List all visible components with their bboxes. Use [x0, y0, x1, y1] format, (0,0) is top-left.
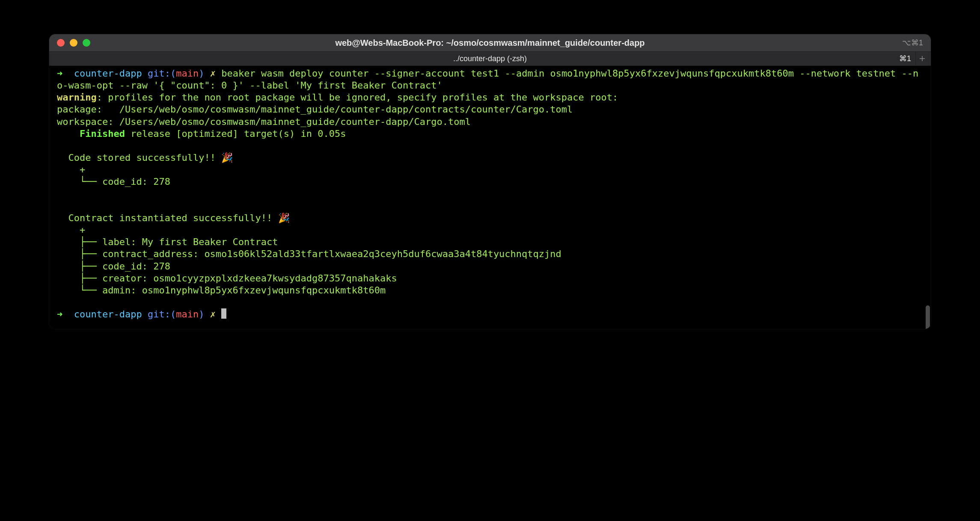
instantiated-tree3: ├── contract_address: osmo1s06kl52ald33t… [57, 249, 561, 259]
instantiated-tree5: ├── creator: osmo1cyyzpxplxdzkeea7kwsyda… [57, 273, 397, 284]
plus-icon [919, 55, 926, 62]
prompt2-git-prefix: git:( [142, 309, 176, 320]
finished-label: Finished [57, 128, 125, 139]
instantiated-tree4: ├── code_id: 278 [57, 261, 170, 272]
prompt-git-prefix: git:( [142, 68, 176, 79]
prompt2-dirty: ✗ [210, 309, 222, 320]
tabbar: ../counter-dapp (-zsh) ⌘1 [49, 51, 931, 66]
warning-text: : profiles for the non root package will… [97, 92, 618, 103]
traffic-lights [57, 39, 90, 47]
warning-workspace-path: /Users/web/osmo/cosmwasm/mainnet_guide/c… [113, 116, 470, 127]
prompt-arrow: ➜ [57, 68, 74, 79]
scrollbar-thumb[interactable] [926, 305, 930, 329]
warning-label: warning [57, 92, 97, 103]
instantiated-tree6: └── admin: osmo1nyphwl8p5yx6fxzevjwqunsf… [57, 285, 386, 296]
window-shortcut: ⌥⌘1 [902, 38, 923, 47]
finished-text: release [optimized] target(s) in 0.05s [125, 128, 346, 139]
warning-package-label: package: [57, 104, 102, 115]
stored-title: Code stored successfully!! 🎉 [57, 152, 233, 163]
prompt2-git-suffix: ) [199, 309, 210, 320]
terminal-window: web@Webs-MacBook-Pro: ~/osmo/cosmwasm/ma… [49, 34, 931, 329]
prompt2-branch: main [176, 309, 199, 320]
terminal-body[interactable]: ➜ counter-dapp git:(main) ✗ beaker wasm … [49, 66, 931, 329]
prompt-dir: counter-dapp [74, 68, 142, 79]
instantiated-title: Contract instantiated successfully!! 🎉 [57, 213, 290, 223]
close-button[interactable] [57, 39, 65, 47]
cursor [221, 308, 226, 319]
tab-shortcut: ⌘1 [899, 54, 911, 63]
instantiated-tree1: + [57, 225, 85, 235]
prompt-git-suffix: ) [199, 68, 210, 79]
stored-tree1: + [57, 164, 85, 175]
stored-tree2: └── code_id: 278 [57, 176, 170, 187]
minimize-button[interactable] [70, 39, 77, 47]
window-title: web@Webs-MacBook-Pro: ~/osmo/cosmwasm/ma… [49, 38, 931, 48]
instantiated-tree2: ├── label: My first Beaker Contract [57, 237, 278, 247]
new-tab-button[interactable] [915, 52, 928, 65]
titlebar[interactable]: web@Webs-MacBook-Pro: ~/osmo/cosmwasm/ma… [49, 34, 931, 51]
prompt2-arrow: ➜ [57, 309, 74, 320]
warning-package-path: /Users/web/osmo/cosmwasm/mainnet_guide/c… [102, 104, 573, 115]
prompt2-dir: counter-dapp [74, 309, 142, 320]
warning-workspace-label: workspace: [57, 116, 113, 127]
prompt-dirty: ✗ [210, 68, 222, 79]
zoom-button[interactable] [83, 39, 90, 47]
prompt-branch: main [176, 68, 199, 79]
tab-label[interactable]: ../counter-dapp (-zsh) [49, 54, 931, 63]
